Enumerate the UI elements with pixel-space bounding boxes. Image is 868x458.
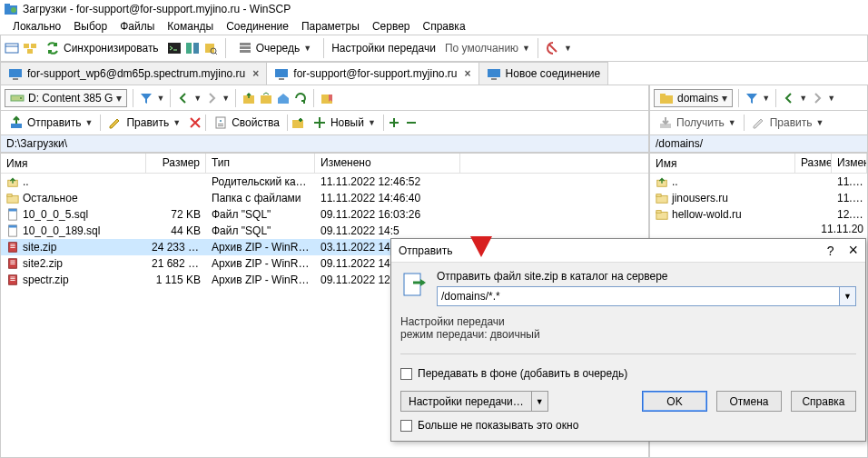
- edit-icon: [752, 115, 766, 130]
- chevron-down-icon[interactable]: ▼: [840, 286, 856, 306]
- chevron-down-icon: ▼: [815, 118, 824, 127]
- home-icon[interactable]: [276, 91, 291, 105]
- table-row[interactable]: ..11.11.20: [650, 174, 867, 190]
- dont-show-again-checkbox[interactable]: Больше не показывать это окно: [400, 419, 856, 432]
- target-path-combo[interactable]: ▼: [437, 286, 856, 306]
- tab-session-0[interactable]: for-support_wp6@dm65p.spectrum.myjino.ru…: [0, 62, 267, 85]
- tab-new-session[interactable]: Новое соединение: [478, 62, 609, 85]
- svg-rect-24: [261, 95, 271, 104]
- forward-icon[interactable]: [810, 91, 824, 105]
- menu-local[interactable]: Локально: [7, 19, 66, 34]
- chevron-down-icon[interactable]: ▼: [222, 94, 230, 103]
- edit-button[interactable]: Править ▼: [104, 113, 185, 133]
- filter-icon[interactable]: [745, 91, 759, 105]
- col-modified[interactable]: Измене: [832, 154, 867, 173]
- svg-rect-14: [240, 50, 251, 53]
- svg-rect-6: [27, 49, 33, 54]
- menu-help[interactable]: Справка: [417, 19, 470, 34]
- delete-icon[interactable]: [188, 115, 202, 130]
- cell-size: [795, 197, 832, 199]
- cell-type: Файл "SQL": [206, 224, 315, 238]
- menu-server[interactable]: Сервер: [367, 19, 416, 34]
- svg-point-22: [20, 97, 22, 99]
- root-icon[interactable]: [259, 91, 273, 105]
- find-icon[interactable]: [203, 41, 218, 55]
- chevron-down-icon[interactable]: ▼: [156, 94, 164, 103]
- parent-icon[interactable]: [242, 91, 256, 105]
- refresh-icon[interactable]: [293, 91, 308, 105]
- menu-files[interactable]: Файлы: [114, 19, 160, 34]
- transfer-settings-button[interactable]: Настройки передачи… ▼: [400, 391, 548, 412]
- cell-name: spectr.zip: [1, 273, 146, 287]
- filter-icon[interactable]: [139, 91, 153, 105]
- chevron-down-icon[interactable]: ▼: [522, 44, 530, 53]
- cell-name: 10_0_0_5.sql: [1, 207, 146, 222]
- upload-button[interactable]: Отправить ▼: [5, 113, 97, 133]
- table-row[interactable]: jinousers.ru11.11.20: [650, 190, 867, 206]
- transfer-settings-label[interactable]: Настройки передачи: [331, 42, 436, 55]
- compare-icon[interactable]: [185, 41, 200, 55]
- cancel-button[interactable]: Отмена: [716, 391, 782, 412]
- properties-button[interactable]: Свойства: [209, 113, 284, 133]
- col-modified[interactable]: Изменено: [315, 154, 460, 173]
- menu-options[interactable]: Параметры: [296, 19, 365, 34]
- minus-icon[interactable]: [404, 115, 419, 130]
- menu-select[interactable]: Выбор: [68, 19, 113, 34]
- table-row[interactable]: hellow-wold.ru12.11.20: [650, 206, 867, 223]
- col-name[interactable]: Имя: [650, 154, 795, 173]
- svg-rect-27: [660, 94, 666, 96]
- back-icon[interactable]: [176, 91, 191, 105]
- chevron-down-icon[interactable]: ▼: [762, 94, 770, 103]
- table-row[interactable]: ..Родительский кат…11.11.2022 12:46:52: [1, 174, 648, 190]
- chevron-down-icon[interactable]: ▼: [564, 44, 572, 53]
- help-icon[interactable]: ?: [827, 244, 834, 258]
- terminal-icon[interactable]: [167, 41, 182, 55]
- new-folder-icon[interactable]: [291, 115, 305, 130]
- chevron-down-icon[interactable]: ▼: [827, 94, 835, 103]
- svg-rect-62: [404, 274, 420, 295]
- svg-rect-1: [5, 4, 10, 6]
- close-icon[interactable]: ×: [465, 67, 471, 80]
- chevron-down-icon[interactable]: ▼: [193, 94, 202, 103]
- chevron-down-icon[interactable]: ▼: [532, 391, 548, 412]
- col-type[interactable]: Тип: [206, 154, 315, 173]
- menu-commands[interactable]: Команды: [162, 19, 219, 34]
- drive-icon: [10, 91, 25, 105]
- session-icon[interactable]: [5, 41, 19, 55]
- table-row[interactable]: 10_0_0_5.sql72 KBФайл "SQL"09.11.2022 16…: [1, 206, 648, 223]
- sync-button[interactable]: Синхронизировать: [41, 38, 163, 58]
- table-row[interactable]: 10_0_0_189.sql44 KBФайл "SQL"09.11.2022 …: [1, 223, 648, 239]
- remote-path: /domains/: [656, 137, 703, 150]
- chevron-down-icon[interactable]: ▼: [799, 94, 807, 103]
- transfer-settings-header: Настройки передачи: [400, 315, 856, 328]
- path-bar: D:\Загрузки\ /domains/: [0, 134, 868, 153]
- target-path-input[interactable]: [437, 286, 840, 306]
- sites-icon[interactable]: [23, 41, 37, 55]
- close-icon[interactable]: ×: [252, 67, 259, 80]
- download-button[interactable]: Получить ▼: [654, 113, 741, 133]
- forward-icon[interactable]: [204, 91, 219, 105]
- tab-session-1[interactable]: for-support@for-support.myjino.ru ×: [266, 62, 478, 85]
- disconnect-icon[interactable]: [546, 41, 560, 55]
- plus-icon[interactable]: [387, 115, 401, 130]
- bookmark-icon[interactable]: [320, 91, 334, 105]
- help-button[interactable]: Справка: [791, 391, 856, 412]
- transfer-background-checkbox[interactable]: Передавать в фоне (добавить в очередь): [400, 367, 856, 380]
- close-icon[interactable]: ×: [848, 241, 858, 260]
- svg-rect-5: [31, 44, 36, 48]
- menu-connection[interactable]: Соединение: [221, 19, 294, 34]
- local-drive-selector[interactable]: D: Content 385 G ▾: [5, 89, 127, 107]
- col-size[interactable]: Размер: [146, 154, 206, 173]
- col-name[interactable]: Имя: [1, 154, 146, 173]
- edit-remote-button[interactable]: Править ▼: [747, 113, 829, 133]
- new-button[interactable]: Новый ▼: [308, 113, 380, 133]
- remote-dir-selector[interactable]: domains ▾: [654, 89, 733, 107]
- local-path: D:\Загрузки\: [6, 137, 67, 150]
- ok-button[interactable]: OK: [642, 391, 707, 412]
- col-size[interactable]: Размер: [795, 154, 832, 173]
- table-row[interactable]: ОстальноеПапка с файлами11.11.2022 14:46…: [1, 190, 648, 206]
- svg-rect-32: [218, 125, 223, 126]
- queue-button[interactable]: Очередь ▼: [233, 38, 317, 58]
- transfer-preset[interactable]: По умолчанию: [445, 42, 518, 55]
- back-icon[interactable]: [782, 91, 796, 105]
